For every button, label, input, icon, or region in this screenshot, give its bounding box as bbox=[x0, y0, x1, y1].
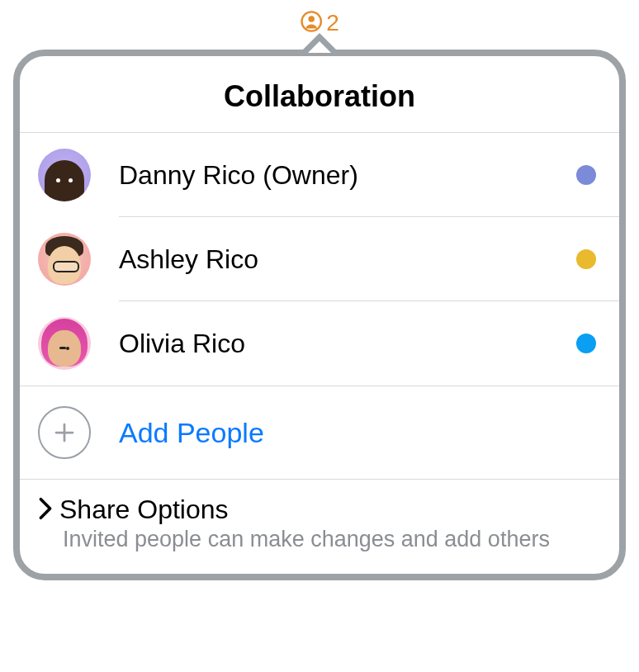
share-options-subtitle: Invited people can make changes and add … bbox=[38, 527, 596, 552]
popover-title: Collaboration bbox=[20, 56, 619, 133]
presence-dot bbox=[576, 334, 596, 353]
presence-dot bbox=[576, 249, 596, 269]
participant-row[interactable]: Olivia Rico bbox=[20, 301, 619, 386]
share-options-button[interactable]: Share Options Invited people can make ch… bbox=[20, 480, 619, 574]
avatar bbox=[38, 149, 91, 201]
svg-point-1 bbox=[308, 16, 314, 21]
presence-dot bbox=[576, 165, 596, 185]
participant-name: Danny Rico (Owner) bbox=[119, 160, 576, 191]
chevron-right-icon bbox=[38, 497, 53, 523]
participant-name: Ashley Rico bbox=[119, 244, 576, 275]
plus-icon bbox=[38, 406, 91, 459]
add-people-label: Add People bbox=[119, 417, 264, 449]
avatar bbox=[38, 317, 91, 370]
participant-name: Olivia Rico bbox=[119, 329, 576, 359]
participant-row[interactable]: Danny Rico (Owner) bbox=[20, 133, 619, 217]
avatar bbox=[38, 233, 91, 286]
collaboration-popover: Collaboration Danny Rico (Owner) Ashley … bbox=[13, 33, 626, 580]
participant-row[interactable]: Ashley Rico bbox=[20, 217, 619, 301]
share-options-title: Share Options bbox=[59, 495, 229, 525]
participants-list: Danny Rico (Owner) Ashley Rico Olivia Ri… bbox=[20, 133, 619, 386]
add-people-button[interactable]: Add People bbox=[20, 386, 619, 480]
popover-arrow bbox=[301, 33, 338, 51]
